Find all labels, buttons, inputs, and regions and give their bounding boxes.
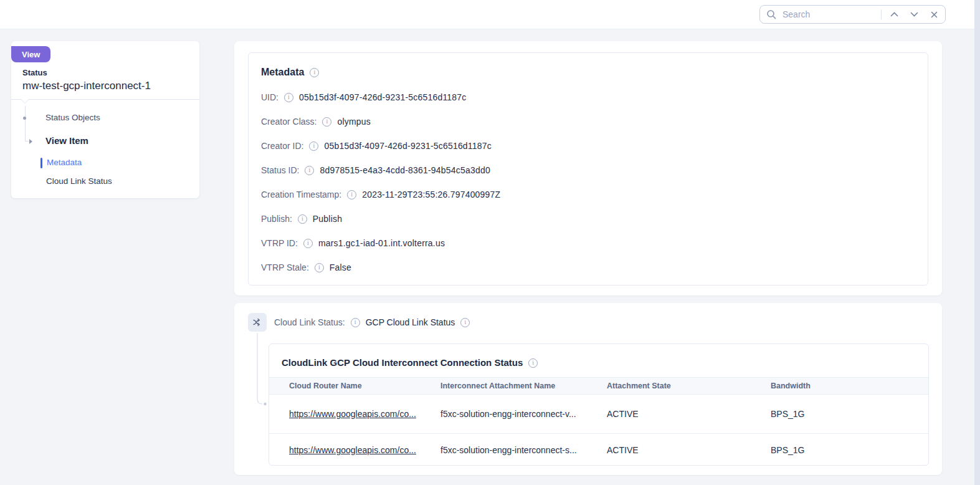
bandwidth-cell: BPS_1G: [771, 409, 928, 419]
interconnect-card-header: CloudLink GCP Cloud Interconnect Connect…: [269, 344, 928, 377]
chevron-up-icon: [890, 12, 898, 17]
info-icon[interactable]: [298, 214, 307, 224]
info-icon[interactable]: [305, 166, 314, 175]
field-value: 8d978515-e4a3-4cdd-8361-94b54c5a3dd0: [320, 163, 490, 177]
field-label: Creation Timestamp:: [261, 188, 341, 201]
tree-bullet-icon: [23, 117, 26, 120]
expand-tree-button[interactable]: [248, 313, 267, 332]
field-label: VTRP Stale:: [261, 261, 309, 274]
attachment-name-cell: f5xc-solution-engg-interconnect-v...: [440, 409, 607, 419]
field-label: UID:: [261, 90, 278, 104]
view-badge: View: [11, 46, 50, 62]
tree-arrow-icon: [29, 139, 32, 144]
cloud-router-link[interactable]: https://www.googleapis.com/co...: [289, 409, 416, 419]
close-icon: [931, 11, 938, 18]
interconnect-status-card: CloudLink GCP Cloud Interconnect Connect…: [269, 343, 929, 466]
table-header-row: Cloud Router Name Interconnect Attachmen…: [269, 377, 928, 395]
field-value: False: [330, 261, 351, 274]
field-value: 05b15d3f-4097-426d-9231-5c6516d1187c: [299, 90, 467, 104]
info-icon[interactable]: [347, 190, 356, 199]
field-value: 2023-11-29T23:55:26.797400997Z: [362, 188, 500, 201]
object-title: mw-test-gcp-interconnect-1: [22, 80, 151, 92]
sidebar-card: View Status mw-test-gcp-interconnect-1 S…: [11, 41, 199, 198]
sidebar-item-cloud-link-status[interactable]: Cloud Link Status: [46, 176, 112, 186]
field-label: Creator Class:: [261, 115, 316, 128]
info-icon[interactable]: [310, 68, 319, 77]
sidebar-item-metadata[interactable]: Metadata: [47, 158, 82, 167]
info-icon[interactable]: [284, 93, 293, 102]
search-divider: [881, 9, 882, 19]
close-search-button[interactable]: [926, 7, 941, 22]
metadata-title: Metadata: [261, 65, 304, 79]
info-icon[interactable]: [528, 358, 538, 368]
info-icon[interactable]: [309, 142, 318, 151]
metadata-field-creator-id: Creator ID: 05b15d3f-4097-426d-9231-5c65…: [261, 139, 915, 153]
next-match-button[interactable]: [906, 7, 921, 22]
metadata-field-status-id: Status ID: 8d978515-e4a3-4cdd-8361-94b54…: [261, 163, 915, 177]
metadata-field-vtrp-id: VTRP ID: mars1.gc1-iad-01.int.volterra.u…: [261, 236, 915, 250]
metadata-card: Metadata UID: 05b15d3f-4097-426d-9231-5c…: [248, 52, 928, 286]
selected-item-indicator: [40, 158, 42, 168]
field-value: mars1.gc1-iad-01.int.volterra.us: [318, 236, 445, 250]
info-icon[interactable]: [460, 318, 470, 327]
field-value: Publish: [313, 212, 342, 226]
branch-split-icon: [252, 317, 262, 327]
sidebar-item-view-item[interactable]: View Item: [45, 135, 88, 146]
field-value: olympus: [337, 115, 371, 128]
field-value: 05b15d3f-4097-426d-9231-5c6516d1187c: [324, 139, 492, 153]
info-icon[interactable]: [322, 117, 331, 127]
field-label: Publish:: [261, 212, 292, 226]
cloud-link-status-header: Cloud Link Status: GCP Cloud Link Status: [274, 316, 470, 329]
field-label: Creator ID:: [261, 139, 303, 153]
metadata-field-creator-class: Creator Class: olympus: [261, 115, 915, 128]
chevron-down-icon: [910, 12, 918, 17]
metadata-panel: Metadata UID: 05b15d3f-4097-426d-9231-5c…: [234, 41, 942, 295]
interconnect-card-title: CloudLink GCP Cloud Interconnect Connect…: [282, 357, 523, 369]
column-header-attachment-state: Attachment State: [607, 382, 771, 390]
search-box: [759, 5, 946, 24]
tree-connector-curve: [257, 333, 268, 409]
search-icon: [766, 9, 776, 19]
column-header-cloud-router-name: Cloud Router Name: [289, 382, 440, 390]
metadata-fields: UID: 05b15d3f-4097-426d-9231-5c6516d1187…: [261, 90, 915, 274]
sidebar-divider: [11, 98, 199, 105]
attachment-state-cell: ACTIVE: [607, 445, 771, 455]
cloud-link-status-value: GCP Cloud Link Status: [366, 316, 455, 329]
metadata-field-uid: UID: 05b15d3f-4097-426d-9231-5c6516d1187…: [261, 90, 915, 104]
top-bar: [0, 0, 980, 29]
bandwidth-cell: BPS_1G: [771, 445, 928, 455]
table-row: https://www.googleapis.com/co... f5xc-so…: [269, 395, 928, 434]
vertical-scrollbar[interactable]: [974, 0, 980, 485]
attachment-state-cell: ACTIVE: [607, 409, 771, 419]
object-type-label: Status: [22, 68, 47, 77]
field-label: VTRP ID:: [261, 236, 298, 250]
metadata-field-creation-timestamp: Creation Timestamp: 2023-11-29T23:55:26.…: [261, 188, 915, 201]
column-header-bandwidth: Bandwidth: [771, 382, 928, 390]
info-icon[interactable]: [303, 239, 313, 248]
cloud-router-link[interactable]: https://www.googleapis.com/co...: [289, 445, 416, 455]
tree-branch-line: [25, 141, 29, 142]
column-header-interconnect-attachment-name: Interconnect Attachment Name: [440, 382, 607, 390]
search-input[interactable]: [781, 9, 876, 20]
tree-connector-line: [25, 106, 26, 142]
sidebar-item-status-objects[interactable]: Status Objects: [45, 113, 100, 122]
previous-match-button[interactable]: [887, 7, 902, 22]
cloud-link-status-panel: Cloud Link Status: GCP Cloud Link Status…: [234, 303, 942, 475]
info-icon[interactable]: [351, 318, 360, 327]
metadata-field-publish: Publish: Publish: [261, 212, 915, 226]
metadata-field-vtrp-stale: VTRP Stale: False: [261, 261, 915, 274]
table-row: https://www.googleapis.com/co... f5xc-so…: [269, 434, 928, 466]
field-label: Status ID:: [261, 163, 299, 177]
attachment-name-cell: f5xc-solution-engg-interconnect-s...: [440, 445, 607, 455]
info-icon[interactable]: [315, 263, 324, 272]
metadata-card-header: Metadata: [261, 65, 915, 79]
cloud-link-status-label: Cloud Link Status:: [274, 316, 345, 329]
